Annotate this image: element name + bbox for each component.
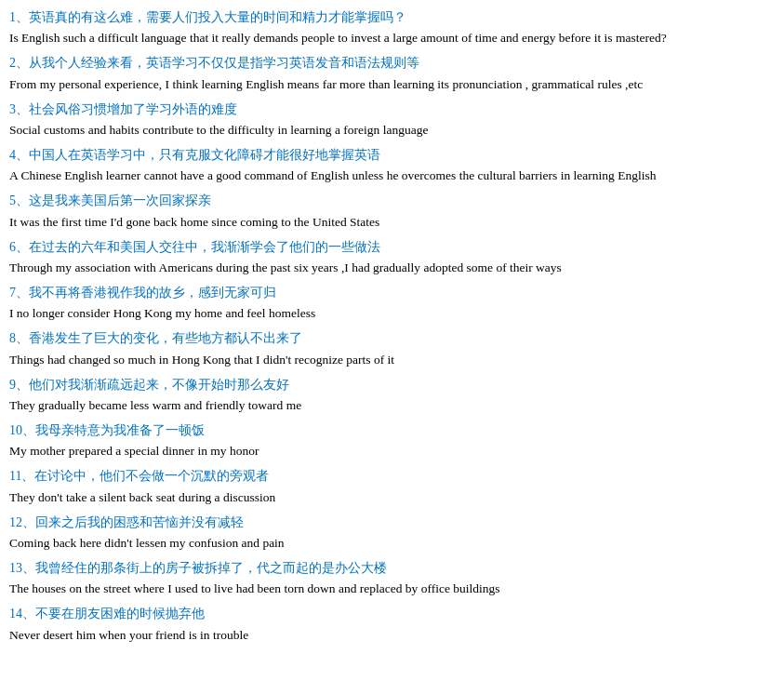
entry-9: 9、他们对我渐渐疏远起来，不像开始时那么友好They gradually bec… [9,375,775,417]
english-text-7: I no longer consider Hong Kong my home a… [9,303,775,325]
english-text-1: Is English such a difficult language tha… [9,28,775,49]
english-text-11: They don't take a silent back seat durin… [9,487,775,509]
entry-4: 4、中国人在英语学习中，只有克服文化障碍才能很好地掌握英语A Chinese E… [9,145,775,187]
english-text-5: It was the first time I'd gone back home… [9,212,775,234]
entry-3: 3、社会风俗习惯增加了学习外语的难度Social customs and hab… [9,100,775,141]
english-text-9: They gradually became less warm and frie… [9,395,775,417]
english-text-6: Through my association with Americans du… [9,258,775,279]
english-text-3: Social customs and habits contribute to … [9,120,775,141]
english-text-12: Coming back here didn't lessen my confus… [9,533,775,554]
chinese-text-8: 8、香港发生了巨大的变化，有些地方都认不出来了 [9,328,775,349]
chinese-text-14: 14、不要在朋友困难的时候抛弃他 [9,604,775,624]
chinese-text-9: 9、他们对我渐渐疏远起来，不像开始时那么友好 [9,375,775,395]
entry-7: 7、我不再将香港视作我的故乡，感到无家可归I no longer conside… [9,283,775,325]
entry-8: 8、香港发生了巨大的变化，有些地方都认不出来了Things had change… [9,328,775,370]
chinese-text-2: 2、从我个人经验来看，英语学习不仅仅是指学习英语发音和语法规则等 [9,53,775,73]
chinese-text-11: 11、在讨论中，他们不会做一个沉默的旁观者 [9,466,775,487]
chinese-text-10: 10、我母亲特意为我准备了一顿饭 [9,420,775,441]
chinese-text-13: 13、我曾经住的那条街上的房子被拆掉了，代之而起的是办公大楼 [9,558,775,579]
english-text-2: From my personal experience, I think lea… [9,74,775,96]
entry-1: 1、英语真的有这么难，需要人们投入大量的时间和精力才能掌握吗？Is Englis… [9,7,775,49]
entry-6: 6、在过去的六年和美国人交往中，我渐渐学会了他们的一些做法Through my … [9,237,775,279]
english-text-14: Never desert him when your friend is in … [9,625,775,647]
english-text-8: Things had changed so much in Hong Kong … [9,350,775,371]
english-text-10: My mother prepared a special dinner in m… [9,441,775,462]
entry-13: 13、我曾经住的那条街上的房子被拆掉了，代之而起的是办公大楼The houses… [9,558,775,600]
entry-12: 12、回来之后我的困惑和苦恼并没有减轻Coming back here didn… [9,513,775,554]
chinese-text-1: 1、英语真的有这么难，需要人们投入大量的时间和精力才能掌握吗？ [9,7,775,28]
chinese-text-4: 4、中国人在英语学习中，只有克服文化障碍才能很好地掌握英语 [9,145,775,166]
chinese-text-7: 7、我不再将香港视作我的故乡，感到无家可归 [9,283,775,303]
entry-5: 5、这是我来美国后第一次回家探亲It was the first time I'… [9,191,775,233]
english-text-13: The houses on the street where I used to… [9,579,775,600]
chinese-text-3: 3、社会风俗习惯增加了学习外语的难度 [9,100,775,120]
entry-14: 14、不要在朋友困难的时候抛弃他Never desert him when yo… [9,604,775,646]
chinese-text-5: 5、这是我来美国后第一次回家探亲 [9,191,775,211]
entry-11: 11、在讨论中，他们不会做一个沉默的旁观者They don't take a s… [9,466,775,508]
content-container: 1、英语真的有这么难，需要人们投入大量的时间和精力才能掌握吗？Is Englis… [9,7,775,647]
chinese-text-6: 6、在过去的六年和美国人交往中，我渐渐学会了他们的一些做法 [9,237,775,258]
english-text-4: A Chinese English learner cannot have a … [9,166,775,187]
entry-10: 10、我母亲特意为我准备了一顿饭My mother prepared a spe… [9,420,775,462]
chinese-text-12: 12、回来之后我的困惑和苦恼并没有减轻 [9,513,775,533]
entry-2: 2、从我个人经验来看，英语学习不仅仅是指学习英语发音和语法规则等From my … [9,53,775,95]
